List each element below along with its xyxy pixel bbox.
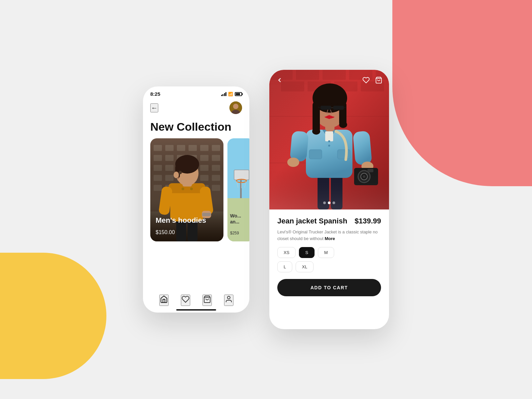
product-price: $139.99 xyxy=(354,217,381,225)
right-phone: Jean jacket Spanish $139.99 Levi's® Orig… xyxy=(269,70,389,329)
bg-pink-decoration xyxy=(392,0,532,186)
image-dots xyxy=(323,201,335,204)
nav-profile-button[interactable] xyxy=(224,295,233,306)
wifi-icon: 📶 xyxy=(228,92,233,96)
size-l[interactable]: L xyxy=(277,261,292,272)
product-action-buttons xyxy=(362,76,382,85)
card-product-price: $150.00 xyxy=(156,229,175,235)
size-xl[interactable]: XL xyxy=(296,261,314,272)
nav-header: ← xyxy=(143,99,249,117)
product-info-panel: Jean jacket Spanish $139.99 Levi's® Orig… xyxy=(269,209,389,304)
size-s[interactable]: S xyxy=(299,247,315,258)
nav-cart-button[interactable] xyxy=(202,295,212,306)
page-title: New Collection xyxy=(150,121,242,133)
dot-2 xyxy=(328,201,331,204)
product-image-area xyxy=(269,70,389,209)
battery-icon xyxy=(235,92,242,96)
size-buttons-row-1: XS S M xyxy=(277,247,381,258)
product-title-row: Jean jacket Spanish $139.99 xyxy=(277,217,381,225)
add-to-cart-button[interactable]: ADD TO CART xyxy=(277,279,381,296)
size-selector: XS S M L XL xyxy=(277,247,381,272)
page-title-section: New Collection xyxy=(143,117,249,138)
nav-favorites-button[interactable] xyxy=(181,295,190,306)
svg-rect-42 xyxy=(202,213,211,216)
status-bar: 8:25 📶 xyxy=(143,86,249,99)
nav-home-button[interactable] xyxy=(159,295,169,306)
product-cards-row: Men's hoodies $150.00 xyxy=(143,138,249,241)
back-button[interactable]: ← xyxy=(150,103,158,112)
product-description: Levi's® Original Trucker Jacket is a cla… xyxy=(277,229,381,242)
hoodie-person-graphic xyxy=(150,138,223,241)
product-name: Jean jacket Spanish xyxy=(277,217,347,225)
dot-3 xyxy=(332,201,335,204)
svg-rect-54 xyxy=(234,170,249,180)
dot-1 xyxy=(323,201,326,204)
card-background-second xyxy=(227,138,249,241)
size-m[interactable]: M xyxy=(318,247,334,258)
svg-point-60 xyxy=(227,296,230,299)
signal-icon xyxy=(221,92,227,96)
second-card-graphic xyxy=(227,138,249,241)
product-back-button[interactable] xyxy=(276,76,283,85)
second-card-price: $259 xyxy=(230,231,239,235)
more-link[interactable]: More xyxy=(325,236,335,241)
bg-yellow-decoration xyxy=(0,253,106,379)
battery-fill xyxy=(236,93,240,95)
card-background-hoodies xyxy=(150,138,223,241)
product-cart-button[interactable] xyxy=(375,76,382,85)
svg-point-50 xyxy=(190,188,193,190)
size-xs[interactable]: XS xyxy=(277,247,296,258)
home-indicator xyxy=(176,309,216,311)
left-phone: 8:25 📶 ← xyxy=(143,86,249,313)
svg-point-1 xyxy=(233,104,238,109)
status-icons: 📶 xyxy=(221,92,242,96)
svg-point-48 xyxy=(179,171,182,174)
product-card-hoodies[interactable]: Men's hoodies $150.00 xyxy=(150,138,223,241)
product-header-overlay xyxy=(269,70,389,92)
avatar[interactable] xyxy=(229,101,242,114)
phones-container: 8:25 📶 ← xyxy=(143,70,389,329)
card-product-name: Men's hoodies xyxy=(156,216,206,225)
size-buttons-row-2: L XL xyxy=(277,261,381,272)
product-favorite-button[interactable] xyxy=(362,76,370,85)
time-display: 8:25 xyxy=(150,91,160,97)
svg-rect-51 xyxy=(227,138,249,198)
svg-point-49 xyxy=(182,188,184,190)
second-card-text: Wo... an... xyxy=(230,213,241,225)
product-card-second[interactable]: Wo... an... $259 xyxy=(227,138,249,241)
